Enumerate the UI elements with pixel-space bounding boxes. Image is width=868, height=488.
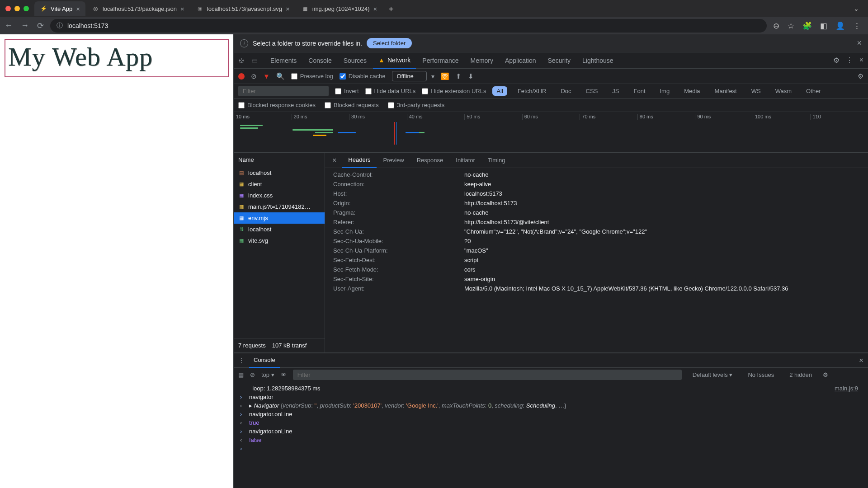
device-mode-icon[interactable]: ▭ — [251, 56, 258, 65]
request-row[interactable]: ▦vite.svg — [234, 235, 325, 246]
filter-chip-ws[interactable]: WS — [747, 86, 765, 96]
console-drawer-tab[interactable]: Console — [249, 353, 280, 368]
browser-tab[interactable]: ◎ localhost:5173/javascript.svg × — [191, 1, 295, 16]
network-tab[interactable]: ▲Network — [373, 52, 416, 69]
network-filter-input[interactable] — [238, 86, 329, 96]
network-timeline[interactable]: 10 ms20 ms30 ms40 ms50 ms60 ms70 ms80 ms… — [234, 112, 868, 153]
import-har-icon[interactable]: ⬆ — [456, 72, 462, 80]
headers-list[interactable]: Cache-Control:no-cacheConnection:keep-al… — [325, 168, 868, 352]
network-conditions-icon[interactable]: 🛜 — [441, 72, 449, 80]
console-output[interactable]: loop: 1.282958984375 msmain.js:9›navigat… — [234, 382, 868, 488]
minimize-window-icon[interactable] — [14, 6, 20, 11]
expand-tabs-icon[interactable]: ⌄ — [848, 5, 864, 12]
log-source-link[interactable]: main.js:9 — [835, 385, 862, 392]
network-settings-icon[interactable]: ⚙ — [858, 72, 863, 80]
record-button[interactable] — [238, 73, 245, 80]
site-info-icon[interactable]: ⓘ — [57, 22, 63, 30]
forward-button[interactable]: → — [21, 21, 29, 31]
memory-tab[interactable]: Memory — [465, 52, 499, 69]
hide-extension-urls-checkbox[interactable]: Hide extension URLs — [422, 88, 486, 94]
hide-data-urls-checkbox[interactable]: Hide data URLs — [365, 88, 416, 94]
preview-subtab[interactable]: Preview — [377, 153, 410, 168]
reload-button[interactable]: ⟳ — [37, 21, 44, 31]
export-har-icon[interactable]: ⬇ — [468, 72, 474, 80]
bookmark-icon[interactable]: ☆ — [788, 21, 794, 31]
timing-subtab[interactable]: Timing — [481, 153, 512, 168]
browser-tab[interactable]: ▦ img.jpeg (1024×1024) × — [296, 1, 383, 16]
console-filter-input[interactable] — [293, 370, 682, 380]
filter-chip-wasm[interactable]: Wasm — [771, 86, 796, 96]
extensions-icon[interactable]: 🧩 — [802, 21, 812, 31]
new-tab-button[interactable]: ＋ — [383, 3, 399, 14]
request-row[interactable]: ▦client — [234, 178, 325, 190]
inspect-element-icon[interactable]: ⯐ — [238, 56, 245, 65]
filter-chip-js[interactable]: JS — [608, 86, 623, 96]
drawer-menu-icon[interactable]: ⋮ — [238, 357, 245, 364]
sources-tab[interactable]: Sources — [338, 52, 372, 69]
console-prompt[interactable]: › — [234, 444, 868, 453]
hidden-count[interactable]: 2 hidden — [785, 371, 816, 379]
filter-chip-fetchxhr[interactable]: Fetch/XHR — [514, 86, 551, 96]
close-infobar-icon[interactable]: × — [857, 38, 862, 48]
request-row[interactable]: ▦main.js?t=171094182… — [234, 201, 325, 212]
blocked-response-cookies-checkbox[interactable]: Blocked response cookies — [238, 102, 316, 108]
filter-toggle-icon[interactable]: ▼ — [263, 72, 270, 80]
request-row[interactable]: ▦env.mjs — [234, 212, 325, 224]
application-tab[interactable]: Application — [500, 52, 542, 69]
filter-chip-font[interactable]: Font — [629, 86, 649, 96]
request-row[interactable]: ▦index.css — [234, 190, 325, 201]
lighthouse-tab[interactable]: Lighthouse — [577, 52, 619, 69]
sidepanel-icon[interactable]: ◧ — [820, 21, 827, 31]
filter-chip-css[interactable]: CSS — [582, 86, 602, 96]
filter-chip-img[interactable]: Img — [656, 86, 674, 96]
filter-chip-doc[interactable]: Doc — [557, 86, 575, 96]
console-clear-icon[interactable]: ⊘ — [250, 371, 255, 378]
omnibox[interactable]: ⓘ localhost:5173 — [50, 19, 767, 33]
console-settings-icon[interactable]: ⚙ — [823, 371, 828, 378]
close-tab-icon[interactable]: × — [76, 5, 80, 13]
initiator-subtab[interactable]: Initiator — [449, 153, 481, 168]
close-tab-icon[interactable]: × — [180, 5, 184, 13]
filter-chip-all[interactable]: All — [492, 86, 507, 96]
blocked-requests-checkbox[interactable]: Blocked requests — [325, 102, 379, 108]
close-tab-icon[interactable]: × — [373, 5, 377, 13]
preserve-log-checkbox[interactable]: Preserve log — [291, 73, 333, 80]
log-levels-selector[interactable]: Default levels ▾ — [688, 371, 737, 379]
live-expression-icon[interactable]: 👁 — [281, 371, 287, 378]
security-tab[interactable]: Security — [542, 52, 576, 69]
filter-chip-other[interactable]: Other — [802, 86, 825, 96]
close-devtools-icon[interactable]: × — [859, 56, 863, 65]
request-row[interactable]: ▤localhost — [234, 167, 325, 178]
zoom-icon[interactable]: ⊖ — [773, 21, 779, 31]
headers-subtab[interactable]: Headers — [342, 153, 377, 168]
third-party-requests-checkbox[interactable]: 3rd-party requests — [388, 102, 445, 108]
clear-button[interactable]: ⊘ — [251, 72, 257, 80]
close-detail-icon[interactable]: × — [327, 156, 342, 164]
filter-chip-media[interactable]: Media — [680, 86, 704, 96]
settings-icon[interactable]: ⚙ — [833, 56, 840, 65]
browser-tab[interactable]: ◎ localhost:5173/package.json × — [86, 1, 190, 16]
search-icon[interactable]: 🔍 — [276, 72, 285, 80]
back-button[interactable]: ← — [5, 21, 13, 31]
response-subtab[interactable]: Response — [410, 153, 450, 168]
request-row[interactable]: ⇅localhost — [234, 224, 325, 235]
request-list-header[interactable]: Name — [234, 153, 325, 167]
throttle-select[interactable]: Offline — [392, 71, 427, 81]
console-sidebar-toggle-icon[interactable]: ▤ — [238, 371, 244, 378]
close-window-icon[interactable] — [5, 6, 11, 11]
issues-button[interactable]: No Issues — [743, 371, 778, 379]
select-folder-button[interactable]: Select folder — [367, 38, 412, 48]
maximize-window-icon[interactable] — [24, 6, 29, 11]
disable-cache-checkbox[interactable]: Disable cache — [340, 73, 386, 80]
console-tab[interactable]: Console — [303, 52, 337, 69]
console-context-selector[interactable]: top ▾ — [261, 371, 274, 378]
close-tab-icon[interactable]: × — [286, 5, 290, 13]
performance-tab[interactable]: Performance — [417, 52, 464, 69]
invert-checkbox[interactable]: Invert — [335, 88, 359, 94]
more-icon[interactable]: ⋮ — [846, 56, 853, 65]
filter-chip-manifest[interactable]: Manifest — [711, 86, 741, 96]
profile-icon[interactable]: 👤 — [835, 21, 845, 31]
browser-tab[interactable]: ⚡ Vite App × — [34, 1, 85, 16]
close-drawer-icon[interactable]: × — [859, 356, 863, 365]
elements-tab[interactable]: Elements — [265, 52, 302, 69]
